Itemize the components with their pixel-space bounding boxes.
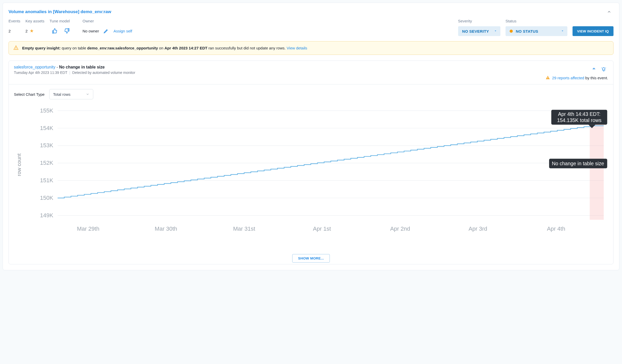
severity-col: Severity NO SEVERITY [458,19,500,36]
svg-text:Mar 30th: Mar 30th [155,226,177,232]
svg-text:Mar 31st: Mar 31st [233,226,255,232]
svg-text:Apr 2nd: Apr 2nd [390,226,410,232]
insight-prefix: Empty query insight: [22,46,61,50]
collapse-chevron-icon[interactable] [605,7,613,16]
chart-type-label: Select Chart Type [14,92,45,97]
owner-col: Owner No owner Assign self [82,19,132,36]
event-status: No change in table size [59,65,105,69]
status-value: NO STATUS [516,29,538,33]
event-title: salesforce_opportunity - No change in ta… [14,65,135,70]
events-label: Events [9,19,20,23]
svg-text:150K: 150K [40,195,53,201]
key-assets-value: 2 [26,29,28,33]
reports-suffix: by this event. [584,76,608,80]
svg-point-3 [548,78,548,79]
warning-triangle-icon [545,75,550,81]
insight-time: Apr 4th 2023 14:27 EDT [164,46,207,50]
owner-value: No owner [82,29,99,33]
edit-owner-icon[interactable] [101,26,111,36]
svg-rect-2 [548,77,548,78]
tune-col: Tune model [49,19,72,36]
chart-line [58,126,604,198]
reports-line: 29 reports affected by this event. [545,75,608,81]
svg-text:Apr 4th 14:43 EDT:: Apr 4th 14:43 EDT: [558,111,601,117]
incident-title-link[interactable]: Volume anomalies in [Warehouse] demo_env… [9,9,111,14]
spacer-label [573,19,613,23]
title-row: Volume anomalies in [Warehouse] demo_env… [9,7,613,16]
chart-type-select[interactable]: Total rows [49,89,94,99]
assign-self-link[interactable]: Assign self [113,29,132,33]
status-label: Status [506,19,567,23]
severity-label: Severity [458,19,500,23]
show-more-row: SHOW MORE... [9,249,613,264]
tune-label: Tune model [49,19,72,23]
event-timestamp: Tuesday Apr 4th 2023 11:39 EDT [14,71,67,75]
reports-affected-link[interactable]: 29 reports affected [552,76,584,80]
view-incident-iq-button[interactable]: VIEW INCIDENT IQ [573,26,613,36]
severity-select[interactable]: NO SEVERITY [458,26,500,36]
event-head: salesforce_opportunity - No change in ta… [9,61,613,84]
chevron-down-icon [86,92,89,96]
warning-triangle-icon [13,45,19,51]
insight-banner: Empty query insight: query on table demo… [9,41,613,55]
events-col: Events 2 [9,19,20,36]
thumbs-down-button[interactable] [62,26,72,36]
insight-text: Empty query insight: query on table demo… [22,46,307,50]
event-sub: Tuesday Apr 4th 2023 11:39 EDT | Detecte… [14,71,135,75]
svg-text:154K: 154K [40,125,53,131]
owner-label: Owner [82,19,132,23]
svg-text:Apr 3rd: Apr 3rd [469,226,487,232]
row-count-chart[interactable]: row count 149K 150K 151K 152K 153K 154K [14,102,608,242]
svg-text:151K: 151K [40,177,53,184]
chevron-down-icon [494,29,497,33]
severity-value: NO SEVERITY [462,29,489,33]
svg-text:152K: 152K [40,160,53,166]
svg-text:Apr 1st: Apr 1st [313,226,331,232]
svg-text:Apr 4th: Apr 4th [547,226,565,232]
events-value: 2 [9,29,11,33]
incident-card: Volume anomalies in [Warehouse] demo_env… [3,3,619,270]
status-select[interactable]: NO STATUS [506,26,567,36]
chart-type-selected: Total rows [53,92,71,97]
chevron-down-icon [561,29,564,33]
star-icon: ★ [30,28,34,34]
event-card: salesforce_opportunity - No change in ta… [9,60,613,264]
svg-text:No change in table size: No change in table size [552,161,604,166]
x-axis: Mar 29th Mar 30th Mar 31st Apr 1st Apr 2… [77,226,565,232]
svg-text:Mar 29th: Mar 29th [77,226,99,232]
show-more-button[interactable]: SHOW MORE... [292,254,330,263]
event-detected-by: Detected by automated volume monitor [72,71,135,75]
lineage-icon[interactable] [590,65,598,74]
event-asset-link[interactable]: salesforce_opportunity [14,65,55,69]
tooltip-status: No change in table size [549,159,607,168]
svg-text:154.135K total rows: 154.135K total rows [557,117,601,123]
chart-ylabel: row count [16,153,22,176]
svg-text:153K: 153K [40,142,53,149]
svg-point-1 [16,49,16,49]
insight-table: demo_env:raw.salesforce_opportunity [87,46,158,50]
chart-wrap: row count 149K 150K 151K 152K 153K 154K [9,99,613,249]
bell-icon[interactable] [599,65,608,74]
view-iq-col: VIEW INCIDENT IQ [573,19,613,36]
meta-row: Events 2 Key assets 2 ★ Tune model Owner [9,19,613,36]
status-col: Status NO STATUS [506,19,567,36]
chart-controls: Select Chart Type Total rows [9,84,613,99]
thumbs-up-button[interactable] [49,26,60,36]
view-details-link[interactable]: View details [287,46,307,50]
key-assets-label: Key assets [26,19,44,23]
key-assets-col: Key assets 2 ★ [26,19,44,36]
svg-text:149K: 149K [40,212,53,219]
status-dot-icon [510,30,513,33]
svg-text:155K: 155K [40,107,53,114]
